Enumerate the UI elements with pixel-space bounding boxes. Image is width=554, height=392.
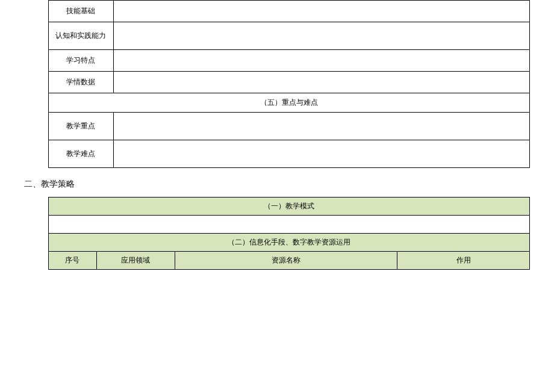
table-row: 教学难点 xyxy=(49,140,530,168)
header-teaching-mode: （一）教学模式 xyxy=(49,198,530,216)
col-header-name: 资源名称 xyxy=(175,252,397,270)
table-row-header: （二）信息化手段、数字教学资源运用 xyxy=(49,234,530,252)
row-content-data xyxy=(113,72,529,93)
row-label-data: 学情数据 xyxy=(49,72,114,93)
section-header-5: （五）重点与难点 xyxy=(49,93,530,113)
col-header-func: 作用 xyxy=(397,252,530,270)
col-header-seq: 序号 xyxy=(49,252,97,270)
row-content-cognition xyxy=(113,22,529,50)
row-content-skill-base xyxy=(113,1,529,22)
row-label-cognition: 认知和实践能力 xyxy=(49,22,114,50)
row-teaching-mode-content xyxy=(49,216,530,234)
table-row-columns: 序号 应用领域 资源名称 作用 xyxy=(49,252,530,270)
row-content-difficulty xyxy=(113,140,529,168)
table-row-header: （一）教学模式 xyxy=(49,198,530,216)
row-label-learning: 学习特点 xyxy=(49,50,114,72)
table-row xyxy=(49,216,530,234)
section-title-2: 二、教学策略 xyxy=(24,179,554,190)
row-content-key-point xyxy=(113,113,529,140)
table-row: 认知和实践能力 xyxy=(49,22,530,50)
row-content-learning xyxy=(113,50,529,72)
table-teaching-strategy: （一）教学模式 （二）信息化手段、数字教学资源运用 序号 应用领域 资源名称 作… xyxy=(48,197,530,270)
row-label-difficulty: 教学难点 xyxy=(49,140,114,168)
table-row: 技能基础 xyxy=(49,1,530,22)
table-row: 学情数据 xyxy=(49,72,530,93)
header-digital-resources: （二）信息化手段、数字教学资源运用 xyxy=(49,234,530,252)
table-row: 教学重点 xyxy=(49,113,530,140)
row-label-key-point: 教学重点 xyxy=(49,113,114,140)
row-label-skill-base: 技能基础 xyxy=(49,1,114,22)
table-row-section-header: （五）重点与难点 xyxy=(49,93,530,113)
col-header-field: 应用领域 xyxy=(96,252,175,270)
table-learner-analysis: 技能基础 认知和实践能力 学习特点 学情数据 （五）重点与难点 教学重点 教学难… xyxy=(48,0,530,168)
table-row: 学习特点 xyxy=(49,50,530,72)
